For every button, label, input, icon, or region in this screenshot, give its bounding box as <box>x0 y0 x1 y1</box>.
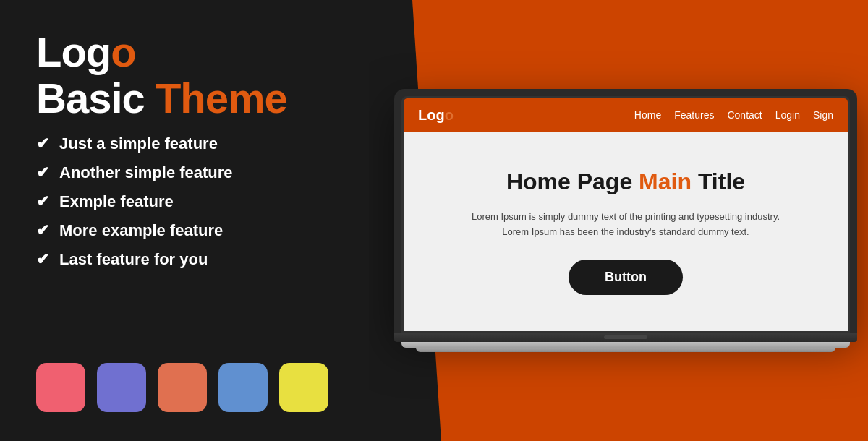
laptop-bottom <box>401 342 850 348</box>
feature-label-3: Exmple feature <box>59 192 174 211</box>
website-navbar: Logo Home Features Contact Login Sign <box>404 98 848 132</box>
check-icon-1: ✔ <box>36 134 49 153</box>
feature-label-4: More example feature <box>59 221 223 240</box>
feature-item-2: ✔ Another simple feature <box>36 163 333 182</box>
feature-item-4: ✔ More example feature <box>36 221 333 240</box>
swatch-blue <box>218 363 268 412</box>
laptop-foot <box>416 348 835 352</box>
feature-label-5: Last feature for you <box>59 250 208 269</box>
swatch-purple <box>97 363 146 412</box>
website-logo: Logo <box>418 107 454 124</box>
laptop-mockup: Logo Home Features Contact Login Sign Ho… <box>394 89 857 353</box>
website-description: Lorem Ipsum is simply dummy text of the … <box>459 210 792 240</box>
nav-login[interactable]: Login <box>775 109 800 121</box>
right-panel: Logo Home Features Contact Login Sign Ho… <box>369 0 868 441</box>
logo-orange-letter: o <box>111 28 135 75</box>
feature-label-2: Another simple feature <box>59 163 233 182</box>
title-black-part2: Title <box>692 168 745 194</box>
color-swatches <box>36 363 333 412</box>
check-icon-4: ✔ <box>36 221 49 240</box>
swatch-yellow <box>279 363 328 412</box>
laptop-body: Logo Home Features Contact Login Sign Ho… <box>394 89 857 334</box>
nav-signup[interactable]: Sign <box>813 109 833 121</box>
swatch-coral <box>158 363 207 412</box>
website-cta-button[interactable]: Button <box>569 260 683 295</box>
subtitle-orange: Theme <box>156 74 287 121</box>
subtitle-heading: Basic Theme <box>36 75 333 121</box>
check-icon-3: ✔ <box>36 192 49 211</box>
left-panel: Logo Basic Theme ✔ Just a simple feature… <box>0 0 369 441</box>
feature-item-3: ✔ Exmple feature <box>36 192 333 211</box>
website-logo-orange: o <box>445 107 454 123</box>
feature-item-1: ✔ Just a simple feature <box>36 134 333 153</box>
nav-home[interactable]: Home <box>634 109 661 121</box>
website-content: Home Page Main Title Lorem Ipsum is simp… <box>404 132 848 332</box>
swatch-pink <box>36 363 85 412</box>
subtitle-white: Basic <box>36 74 156 121</box>
logo-heading: Logo <box>36 29 333 75</box>
feature-label-1: Just a simple feature <box>59 134 218 153</box>
features-list: ✔ Just a simple feature ✔ Another simple… <box>36 134 333 269</box>
title-black-part: Home Page <box>506 168 639 194</box>
check-icon-5: ✔ <box>36 250 49 269</box>
title-orange-part: Main <box>639 168 692 194</box>
website-nav-links: Home Features Contact Login Sign <box>634 109 833 121</box>
laptop-base <box>394 333 857 342</box>
feature-item-5: ✔ Last feature for you <box>36 250 333 269</box>
laptop-screen: Logo Home Features Contact Login Sign Ho… <box>401 96 850 334</box>
check-icon-2: ✔ <box>36 163 49 182</box>
nav-contact[interactable]: Contact <box>727 109 762 121</box>
website-main-title: Home Page Main Title <box>433 168 819 195</box>
nav-features[interactable]: Features <box>674 109 714 121</box>
